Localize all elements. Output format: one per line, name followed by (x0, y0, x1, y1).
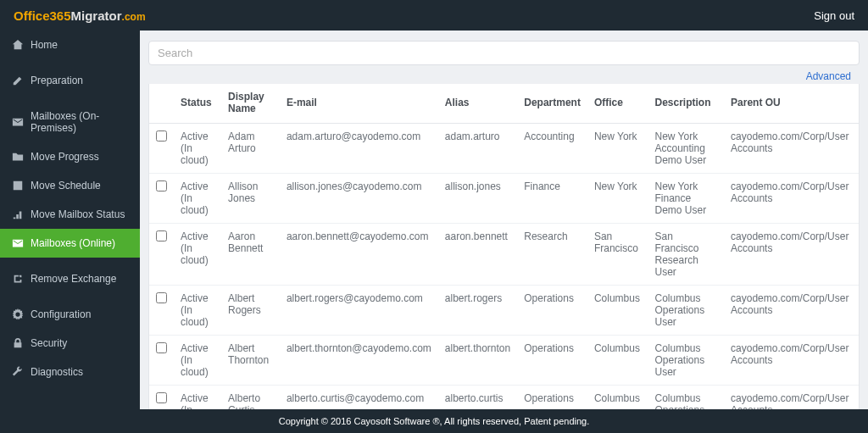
sidebar-item-label: Move Schedule (31, 180, 101, 192)
cell-parent-ou: cayodemo.com/Corp/User Accounts (724, 174, 859, 224)
sidebar-item-preparation[interactable]: Preparation (0, 66, 140, 95)
sidebar-item-configuration[interactable]: Configuration (0, 300, 140, 329)
cell-email: aaron.bennett@cayodemo.com (280, 224, 438, 286)
footer: Copyright © 2016 Cayosoft Software ®, Al… (0, 409, 868, 433)
sidebar-item-label: Remove Exchange (31, 273, 116, 285)
cell-display-name: Albert Rogers (221, 286, 280, 336)
cell-display-name: Allison Jones (221, 174, 280, 224)
row-checkbox[interactable] (156, 130, 167, 142)
cell-parent-ou: cayodemo.com/Corp/User Accounts (724, 224, 859, 286)
cell-description: New York Finance Demo User (648, 174, 724, 224)
sidebar-item-move-schedule[interactable]: Move Schedule (0, 171, 140, 200)
status-icon (12, 208, 24, 220)
cell-display-name: Aaron Bennett (221, 224, 280, 286)
col-description[interactable]: Description (648, 84, 724, 124)
cell-email: allison.jones@cayodemo.com (280, 174, 438, 224)
col-parent-ou[interactable]: Parent OU (724, 84, 859, 124)
cell-department: Operations (517, 336, 587, 386)
cell-description: New York Accounting Demo User (648, 124, 724, 174)
gear-icon (12, 308, 24, 320)
cell-display-name: Albert Thornton (221, 336, 280, 386)
col-status[interactable]: Status (174, 84, 221, 124)
cell-description: Columbus Operations User (648, 286, 724, 336)
sidebar-item-move-progress[interactable]: Move Progress (0, 142, 140, 171)
advanced-link[interactable]: Advanced (806, 70, 851, 82)
cell-description: Columbus Operations User (648, 336, 724, 386)
cell-email: adam.arturo@cayodemo.com (280, 124, 438, 174)
sidebar-item-label: Preparation (31, 75, 83, 86)
sidebar-item-home[interactable]: Home (0, 31, 140, 59)
table-row[interactable]: Active (In cloud)Aaron Bennettaaron.benn… (149, 224, 859, 286)
topbar: Office365Migrator.com Sign out (0, 0, 868, 31)
table-row[interactable]: Active (In cloud)Albert Thorntonalbert.t… (149, 336, 859, 386)
mail-icon (12, 237, 24, 249)
row-checkbox[interactable] (156, 180, 167, 192)
cell-status: Active (In cloud) (174, 124, 221, 174)
cell-display-name: Adam Arturo (221, 124, 280, 174)
cell-description: San Francisco Research User (648, 224, 724, 286)
col-email[interactable]: E-mail (280, 84, 438, 124)
search-field-wrap[interactable] (148, 41, 860, 65)
cell-parent-ou: cayodemo.com/Corp/User Accounts (724, 336, 859, 386)
search-input[interactable] (158, 47, 850, 59)
sidebar-item-mailboxes-online[interactable]: Mailboxes (Online) (0, 229, 140, 258)
folder-icon (12, 151, 24, 163)
row-checkbox[interactable] (156, 292, 167, 303)
external-icon (12, 273, 24, 285)
main-content: Advanced Status Display Name E-mail Alia… (140, 31, 868, 433)
footer-text: Copyright © 2016 Cayosoft Software ®, Al… (279, 416, 590, 426)
cell-office: New York (587, 124, 648, 174)
sidebar-item-mailboxes-onprem[interactable]: Mailboxes (On-Premises) (0, 102, 140, 142)
cell-alias: albert.rogers (438, 286, 517, 336)
cell-parent-ou: cayodemo.com/Corp/User Accounts (724, 286, 859, 336)
cell-status: Active (In cloud) (174, 286, 221, 336)
cell-status: Active (In cloud) (174, 336, 221, 386)
mailbox-table: Status Display Name E-mail Alias Departm… (149, 84, 859, 433)
row-checkbox[interactable] (156, 342, 167, 353)
home-icon (12, 39, 24, 51)
row-checkbox[interactable] (156, 230, 167, 241)
col-alias[interactable]: Alias (438, 84, 517, 124)
logo-part-migrator: Migrator (71, 8, 122, 23)
lock-icon (12, 337, 24, 349)
table-row[interactable]: Active (In cloud)Albert Rogersalbert.rog… (149, 286, 859, 336)
cell-alias: aaron.bennett (438, 224, 517, 286)
sidebar-item-label: Diagnostics (31, 366, 83, 378)
cell-email: albert.rogers@cayodemo.com (280, 286, 438, 336)
table-header-row: Status Display Name E-mail Alias Departm… (149, 84, 859, 124)
logo-part-dotcom: .com (122, 11, 146, 23)
sign-out-link[interactable]: Sign out (814, 9, 854, 22)
col-department[interactable]: Department (517, 84, 587, 124)
sidebar-item-remove-exchange[interactable]: Remove Exchange (0, 264, 140, 293)
sidebar-item-label: Mailboxes (On-Premises) (31, 110, 128, 134)
sidebar-item-diagnostics[interactable]: Diagnostics (0, 358, 140, 386)
calendar-icon (12, 180, 24, 192)
row-checkbox[interactable] (156, 392, 167, 403)
sidebar-item-label: Home (31, 39, 58, 51)
sidebar-item-move-mailbox-status[interactable]: Move Mailbox Status (0, 200, 140, 229)
cell-department: Operations (517, 286, 587, 336)
cell-parent-ou: cayodemo.com/Corp/User Accounts (724, 124, 859, 174)
table-row[interactable]: Active (In cloud)Adam Arturoadam.arturo@… (149, 124, 859, 174)
cell-office: San Francisco (587, 224, 648, 286)
col-display-name[interactable]: Display Name (221, 84, 280, 124)
cell-department: Finance (517, 174, 587, 224)
sidebar-item-label: Security (31, 337, 67, 349)
table-row[interactable]: Active (In cloud)Allison Jonesallison.jo… (149, 174, 859, 224)
sidebar-item-label: Configuration (31, 308, 91, 320)
logo-part-office365: Office365 (14, 8, 71, 23)
data-table-wrap[interactable]: Status Display Name E-mail Alias Departm… (148, 84, 860, 433)
col-office[interactable]: Office (587, 84, 648, 124)
cell-office: New York (587, 174, 648, 224)
brand-logo: Office365Migrator.com (14, 8, 146, 23)
sidebar-item-label: Mailboxes (Online) (31, 237, 115, 249)
cell-alias: adam.arturo (438, 124, 517, 174)
cell-status: Active (In cloud) (174, 224, 221, 286)
sidebar-item-label: Move Mailbox Status (31, 208, 125, 220)
sidebar-item-security[interactable]: Security (0, 329, 140, 358)
cell-email: albert.thornton@cayodemo.com (280, 336, 438, 386)
sidebar-item-label: Move Progress (31, 151, 99, 163)
col-checkbox (149, 84, 174, 124)
cell-status: Active (In cloud) (174, 174, 221, 224)
cell-office: Columbus (587, 336, 648, 386)
